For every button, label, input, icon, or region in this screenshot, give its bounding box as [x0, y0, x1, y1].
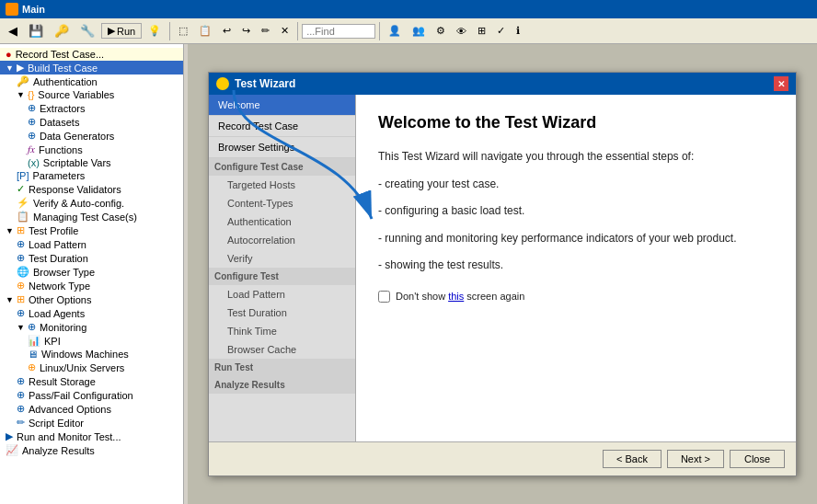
toolbar-btn-4[interactable]: 🔧 [75, 22, 99, 40]
test-wizard-dialog: Test Wizard ✕ Welcome Record Test Cas [208, 72, 797, 476]
tree-item-build-test[interactable]: ▼ ▶ Build Test Case [0, 61, 183, 74]
tree-item-data-generators[interactable]: ⊕ Data Generators [0, 129, 183, 143]
nav-sub-test-duration[interactable]: Test Duration [209, 304, 355, 322]
close-button[interactable]: Close [730, 450, 785, 468]
tree-item-datasets[interactable]: ⊕ Datasets [0, 115, 183, 129]
tree-item-parameters[interactable]: [P] Parameters [0, 169, 183, 182]
nav-section-run-test: Run Test [209, 359, 355, 376]
tree-item-source-vars[interactable]: ▼ {} Source Variables [0, 88, 183, 101]
users-icon: 👥 [412, 25, 425, 37]
toolbar-btn-3[interactable]: 🔑 [50, 22, 74, 40]
toolbar-btn-users[interactable]: 👥 [408, 23, 430, 39]
tree-item-browser-type[interactable]: 🌐 Browser Type [0, 265, 183, 279]
toolbar-btn-check[interactable]: ✓ [492, 23, 510, 39]
undo-icon: ↩ [223, 25, 231, 37]
tree-item-response-validators[interactable]: ✓ Response Validators [0, 182, 183, 196]
tree-item-authentication[interactable]: 🔑 Authentication [0, 74, 183, 88]
tree-item-load-agents[interactable]: ⊕ Load Agents [0, 306, 183, 320]
tree-label-windows: Windows Machines [41, 349, 129, 360]
run-button[interactable]: ▶ Run [101, 23, 142, 39]
expand-other-icon: ▼ [6, 295, 15, 304]
toolbar-btn-undo[interactable]: ↩ [218, 23, 236, 39]
toolbar-btn-x[interactable]: ✕ [276, 23, 293, 39]
tree-item-network-type[interactable]: ⊕ Network Type [0, 279, 183, 292]
scriptable-icon: (x) [28, 157, 40, 168]
params-icon: [P] [17, 170, 29, 181]
tree-item-extractors[interactable]: ⊕ Extractors [0, 101, 183, 115]
tree-item-passfail[interactable]: ⊕ Pass/Fail Configuration [0, 388, 183, 402]
extractors-icon: ⊕ [28, 102, 36, 114]
auth-icon: 🔑 [17, 75, 29, 87]
windows-icon: 🖥 [28, 349, 38, 360]
tree-item-load-pattern[interactable]: ⊕ Load Pattern [0, 237, 183, 251]
tree-item-record-case[interactable]: ● Record Test Case... [0, 48, 183, 61]
tree-item-managing[interactable]: 📋 Managing Test Case(s) [0, 210, 183, 223]
toolbar-btn-eye[interactable]: 👁 [452, 24, 471, 39]
tree-label-run-monitor: Run and Monitor Test... [17, 431, 121, 442]
nav-sub-targeted-hosts[interactable]: Targeted Hosts [209, 176, 355, 194]
nav-sub-think-time[interactable]: Think Time [209, 322, 355, 340]
toolbar-btn-user[interactable]: 👤 [384, 23, 406, 39]
tree-item-monitoring[interactable]: ▼ ⊕ Monitoring [0, 320, 183, 334]
managing-icon: 📋 [17, 211, 29, 223]
tree-label-linux: Linux/Unix Servers [40, 362, 124, 373]
tree-label-load-pattern: Load Pattern [29, 239, 86, 250]
nav-sub-auth[interactable]: Authentication [209, 212, 355, 231]
toolbar-btn-6[interactable]: ⬚ [174, 23, 192, 39]
this-link[interactable]: this [448, 291, 464, 302]
result-storage-icon: ⊕ [17, 375, 25, 387]
toolbar-btn-pencil[interactable]: ✏ [257, 23, 274, 39]
nav-sub-load-pattern[interactable]: Load Pattern [209, 285, 355, 304]
monitoring-icon: ⊕ [28, 321, 36, 333]
tree-label-data-gen: Data Generators [40, 131, 114, 142]
tree-item-windows-machines[interactable]: 🖥 Windows Machines [0, 348, 183, 361]
nav-sub-browser-cache[interactable]: Browser Cache [209, 340, 355, 359]
toolbar-btn-5[interactable]: 💡 [144, 23, 166, 39]
nav-item-browser-settings[interactable]: Browser Settings [209, 137, 355, 158]
tree-item-test-profile[interactable]: ▼ ⊞ Test Profile [0, 223, 183, 237]
content-bullet-4: - showing the test results. [378, 256, 774, 276]
nav-label-autocorr: Autocorrelation [227, 235, 295, 246]
toolbar-btn-1[interactable]: ◀ [4, 22, 22, 40]
find-input[interactable] [302, 24, 375, 39]
x-icon: ✕ [281, 25, 289, 37]
tree-item-linux-servers[interactable]: ⊕ Linux/Unix Servers [0, 361, 183, 374]
tree-item-run-monitor[interactable]: ▶ Run and Monitor Test... [0, 430, 183, 443]
tree-item-analyze-results[interactable]: 📈 Analyze Results [0, 443, 183, 457]
tree-item-functions[interactable]: 𝑓𝑥 Functions [0, 143, 183, 156]
toolbar-btn-redo[interactable]: ↪ [237, 23, 255, 39]
toolbar-btn-7[interactable]: 📋 [194, 23, 216, 39]
datasets-icon: ⊕ [28, 116, 36, 128]
next-button[interactable]: Next > [667, 450, 724, 468]
dont-show-label: Don't show this screen again [396, 291, 524, 302]
nav-sub-verify[interactable]: Verify [209, 249, 355, 268]
tree-label-verify: Verify & Auto-config. [33, 198, 124, 209]
back-button[interactable]: < Back [603, 450, 662, 468]
tree-label-load-agents: Load Agents [29, 308, 85, 319]
dont-show-checkbox[interactable] [378, 291, 390, 303]
linux-icon: ⊕ [28, 361, 36, 373]
toolbar-btn-grid[interactable]: ⊞ [473, 23, 490, 39]
toolbar-btn-info[interactable]: ℹ [512, 23, 524, 39]
tree-item-scriptable-vars[interactable]: (x) Scriptable Vars [0, 156, 183, 169]
toolbar-btn-2[interactable]: 💾 [24, 22, 48, 40]
nav-sub-content-types[interactable]: Content-Types [209, 194, 355, 212]
tree-item-script-editor[interactable]: ✏ Script Editor [0, 416, 183, 430]
tree-item-advanced-options[interactable]: ⊕ Advanced Options [0, 402, 183, 416]
tree-item-test-duration[interactable]: ⊕ Test Duration [0, 251, 183, 265]
tree-item-verify-auto[interactable]: ⚡ Verify & Auto-config. [0, 196, 183, 210]
toolbar-btn-settings[interactable]: ⚙ [432, 23, 450, 39]
tree-item-other-options[interactable]: ▼ ⊞ Other Options [0, 292, 183, 306]
analyze-icon: 📈 [6, 444, 18, 456]
nav-item-record-test-case[interactable]: Record Test Case [209, 116, 355, 137]
tree-item-kpi[interactable]: 📊 KPI [0, 334, 183, 348]
separator-3 [379, 22, 380, 40]
nav-section-label-4: Analyze Results [214, 380, 285, 390]
tree-label-build-test: Build Test Case [28, 63, 98, 74]
dialog-close-btn[interactable]: ✕ [774, 76, 788, 91]
redo-icon: ↪ [242, 25, 250, 37]
tree-item-result-storage[interactable]: ⊕ Result Storage [0, 374, 183, 388]
nav-sub-autocorrelation[interactable]: Autocorrelation [209, 231, 355, 249]
nav-item-welcome[interactable]: Welcome [209, 95, 355, 116]
dialog-icon [216, 77, 229, 90]
